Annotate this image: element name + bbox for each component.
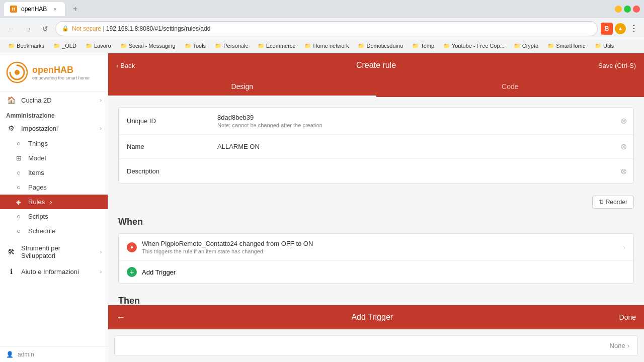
sidebar-item-pages[interactable]: ○ Pages [0, 180, 108, 195]
description-value[interactable] [209, 165, 613, 177]
unique-id-row: Unique ID 8dad8beb39 Note: cannot be cha… [119, 108, 633, 135]
bookmark-social[interactable]: 📁 Social - Messaging [116, 42, 180, 50]
add-trigger-content: None › [108, 329, 644, 362]
model-label: Model [28, 154, 46, 162]
bookmarks-bar: 📁 Bookmarks 📁 _OLD 📁 Lavoro 📁 Social - M… [0, 39, 644, 53]
bookmark-tools[interactable]: 📁 Tools [181, 42, 210, 50]
bookmark-bookmarks[interactable]: 📁 Bookmarks [4, 42, 48, 50]
add-trigger-back-button[interactable]: ← [116, 312, 125, 323]
bookmark-lavoro[interactable]: 📁 Lavoro [82, 42, 115, 50]
browser-extensions: B ▲ ⋮ [601, 23, 640, 35]
sidebar-item-schedule[interactable]: ○ Schedule [0, 224, 108, 238]
ext-icon-2[interactable]: ▲ [615, 23, 626, 34]
when-trigger-list: ● When PigpioRemote_Contatto24 changed f… [118, 233, 634, 284]
name-label: Name [119, 137, 209, 156]
reorder-label: Reorder [606, 199, 627, 206]
address-bar[interactable]: 🔒 Not secure | 192.168.1.8:8080/#1/setti… [55, 21, 598, 36]
add-trigger-button[interactable]: + Add Trigger [119, 261, 633, 283]
bookmark-old[interactable]: 📁 _OLD [49, 42, 80, 50]
add-trigger-none-label: None [610, 342, 625, 349]
name-clear-button[interactable]: ⊗ [613, 142, 633, 151]
tab-bar: Design Code [108, 77, 644, 97]
sidebar-item-impostazioni[interactable]: ⚙ Impostazioni › [0, 120, 108, 136]
model-icon: ⊞ [14, 154, 23, 162]
description-row: Description ⊗ [119, 159, 633, 183]
unique-id-clear-button[interactable]: ⊗ [613, 116, 633, 126]
reorder-button[interactable]: ⇅ Reorder [592, 196, 634, 209]
new-tab-button[interactable]: + [68, 2, 82, 16]
bookmark-smarthome[interactable]: 📁 SmartHome [543, 42, 590, 50]
add-trigger-type-row[interactable]: None › [114, 335, 638, 356]
bookmark-temp[interactable]: 📁 Temp [408, 42, 438, 50]
cucina-label: Cucina 2D [21, 97, 95, 104]
when-section-title: When [118, 217, 634, 227]
trigger-title: When PigpioRemote_Contatto24 changed fro… [142, 240, 618, 247]
bookmark-home-network[interactable]: 📁 Home network [300, 42, 353, 50]
add-trigger-row-arrow: › [627, 342, 629, 349]
forward-nav-button[interactable]: → [21, 22, 35, 36]
ext-icon-3[interactable]: ⋮ [628, 23, 640, 35]
sidebar-user[interactable]: 👤 admin [0, 346, 108, 362]
description-clear-button[interactable]: ⊗ [613, 166, 633, 176]
schedule-label: Schedule [28, 227, 55, 235]
sidebar-item-rules[interactable]: ◈ Rules › [0, 195, 108, 209]
name-value[interactable]: ALLARME ON [209, 137, 613, 156]
schedule-icon: ○ [14, 227, 23, 235]
impostazioni-arrow: › [100, 126, 102, 131]
window-controls [615, 6, 640, 13]
trigger-info: When PigpioRemote_Contatto24 changed fro… [142, 240, 618, 254]
main-content: ‹ Back Create rule Save (Ctrl-S) Design … [108, 53, 644, 362]
close-button[interactable] [633, 6, 640, 13]
pages-label: Pages [28, 184, 47, 191]
trigger-subtitle: This triggers the rule if an item state … [142, 248, 618, 254]
address-protocol: Not secure [72, 25, 101, 32]
user-label: admin [18, 351, 34, 358]
maximize-button[interactable] [624, 6, 631, 13]
page-title: Create rule [356, 61, 396, 70]
bookmark-personale[interactable]: 📁 Personale [211, 42, 253, 50]
sidebar-item-model[interactable]: ⊞ Model [0, 151, 108, 165]
add-trigger-done-button[interactable]: Done [619, 313, 636, 321]
back-nav-button[interactable]: ← [4, 22, 18, 36]
reload-button[interactable]: ↺ [38, 22, 52, 36]
sidebar-item-scripts[interactable]: ○ Scripts [0, 209, 108, 224]
description-label: Description [119, 161, 209, 181]
browser-tab[interactable]: H openHAB × [4, 2, 65, 16]
logo-text: openHAB empowering the smart home [32, 65, 90, 80]
tab-code[interactable]: Code [376, 77, 645, 97]
devtools-label: Strumenti per Sviluppatori [21, 244, 95, 259]
back-button[interactable]: ‹ Back [116, 62, 135, 69]
unique-id-value: 8dad8beb39 Note: cannot be changed after… [209, 108, 613, 134]
bookmark-utils[interactable]: 📁 Utils [591, 42, 618, 50]
scripts-label: Scripts [28, 213, 48, 220]
address-text: Not secure | 192.168.1.8:8080/#1/setting… [72, 25, 591, 32]
sidebar-item-help[interactable]: ℹ Aiuto e Informazioni › [0, 263, 108, 280]
scripts-icon: ○ [14, 213, 23, 220]
add-trigger-header: ← Add Trigger Done [108, 305, 644, 329]
security-icon: 🔒 [62, 25, 69, 32]
tab-favicon: H [10, 6, 17, 13]
name-row: Name ALLARME ON ⊗ [119, 135, 633, 159]
bookmark-domoticsduino[interactable]: 📁 Domoticsduino [354, 42, 407, 50]
openhab-logo-icon [6, 61, 28, 83]
trigger-item[interactable]: ● When PigpioRemote_Contatto24 changed f… [119, 234, 633, 261]
sidebar-item-things[interactable]: ○ Things [0, 136, 108, 151]
svg-point-1 [15, 70, 20, 75]
unique-id-note: Note: cannot be changed after the creati… [217, 122, 605, 128]
basic-info-form: Unique ID 8dad8beb39 Note: cannot be cha… [118, 107, 634, 184]
rules-label: Rules [28, 198, 45, 206]
tab-close-button[interactable]: × [51, 5, 59, 13]
minimize-button[interactable] [615, 6, 622, 13]
bookmark-youtube[interactable]: 📁 Youtube - Free Cop... [439, 42, 509, 50]
save-button[interactable]: Save (Ctrl-S) [598, 62, 636, 69]
bookmark-crypto[interactable]: 📁 Crypto [510, 42, 542, 50]
sidebar-item-devtools[interactable]: 🛠 Strumenti per Sviluppatori › [0, 240, 108, 263]
add-trigger-panel-title: Add Trigger [125, 313, 619, 322]
tab-design[interactable]: Design [108, 77, 376, 97]
sidebar-item-cucina[interactable]: 🏠 Cucina 2D › [0, 92, 108, 108]
logo-subtitle: empowering the smart home [32, 75, 90, 80]
brave-shield-icon[interactable]: B [601, 23, 613, 35]
impostazioni-label: Impostazioni [21, 125, 95, 132]
bookmark-ecommerce[interactable]: 📁 Ecommerce [254, 42, 300, 50]
sidebar-item-items[interactable]: ○ Items [0, 165, 108, 180]
